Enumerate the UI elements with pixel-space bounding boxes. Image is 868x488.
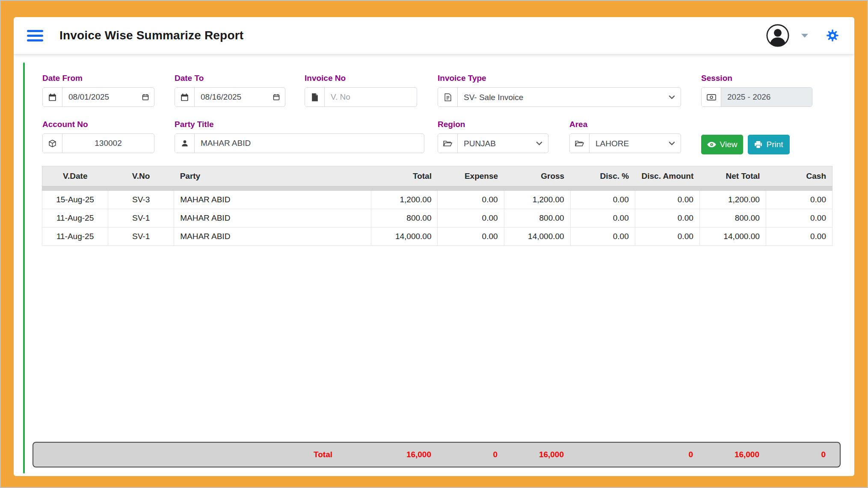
table-row: 11-Aug-25 SV-1 MAHAR ABID 14,000.00 0.00… xyxy=(42,228,832,246)
filter-region: Region PUNJAB xyxy=(438,120,548,153)
cell-vdate: 11-Aug-25 xyxy=(42,209,108,228)
filter-party-title: Party Title xyxy=(175,120,424,153)
cell-party: MAHAR ABID xyxy=(174,228,371,246)
package-cube-icon xyxy=(43,134,62,153)
column-header-net-total: Net Total xyxy=(699,166,766,186)
date-to-input[interactable] xyxy=(195,88,285,106)
table-row: 11-Aug-25 SV-1 MAHAR ABID 800.00 0.00 80… xyxy=(42,209,832,228)
region-label: Region xyxy=(438,120,548,129)
person-icon xyxy=(175,134,195,153)
account-no-label: Account No xyxy=(42,120,154,129)
printer-icon xyxy=(754,141,762,149)
document-lines-icon xyxy=(438,88,458,106)
cell-disc-pct: 0.00 xyxy=(570,191,635,209)
region-select[interactable]: PUNJAB xyxy=(458,134,548,153)
party-title-label: Party Title xyxy=(175,120,424,129)
folder-open-icon xyxy=(438,134,458,153)
report-panel: Date From xyxy=(14,54,854,476)
view-button[interactable]: View xyxy=(701,135,743,154)
cell-expense: 0.00 xyxy=(438,191,504,209)
date-from-label: Date From xyxy=(42,74,154,83)
totals-cash: 0 xyxy=(765,450,832,459)
filter-date-to: Date To xyxy=(175,74,285,107)
column-header-party: Party xyxy=(174,166,371,186)
cell-gross: 800.00 xyxy=(504,209,570,228)
column-header-vdate: V.Date xyxy=(42,166,108,186)
filter-session: Session xyxy=(701,74,812,107)
cell-total: 14,000.00 xyxy=(371,228,438,246)
header-actions xyxy=(766,24,839,47)
area-label: Area xyxy=(569,120,681,129)
cell-party: MAHAR ABID xyxy=(174,191,371,209)
report-table: V.Date V.No Party Total Expense Gross Di… xyxy=(42,166,832,246)
print-button[interactable]: Print xyxy=(748,135,790,154)
calendar-icon xyxy=(43,88,62,106)
app-window: Invoice Wise Summarize Report xyxy=(0,0,868,488)
main-card: Invoice Wise Summarize Report xyxy=(14,17,854,476)
totals-bar: Total 16,000 0 16,000 0 16,000 0 xyxy=(33,442,841,467)
panel-accent-line xyxy=(23,62,25,473)
settings-gear-icon[interactable] xyxy=(826,29,839,42)
table-spacer-row xyxy=(42,186,832,191)
area-select[interactable]: LAHORE xyxy=(590,134,681,153)
eye-icon xyxy=(707,142,716,148)
cell-cash: 0.00 xyxy=(766,228,832,246)
cell-disc-amount: 0.00 xyxy=(635,209,699,228)
date-from-input[interactable] xyxy=(62,88,154,106)
cell-disc-pct: 0.00 xyxy=(570,228,635,246)
cell-disc-pct: 0.00 xyxy=(570,209,635,228)
cell-total: 1,200.00 xyxy=(371,191,438,209)
cell-net-total: 14,000.00 xyxy=(699,228,766,246)
filter-invoice-type: Invoice Type SV- Sale Invoice xyxy=(438,74,681,107)
totals-total: 16,000 xyxy=(371,450,437,459)
totals-expense: 0 xyxy=(437,450,504,459)
avatar-dropdown-caret-icon[interactable] xyxy=(801,34,808,38)
banknote-icon xyxy=(702,88,721,106)
column-header-disc-pct: Disc. % xyxy=(570,166,635,186)
invoice-no-input[interactable] xyxy=(325,88,417,106)
date-picker-icon[interactable] xyxy=(142,94,149,101)
filter-date-from: Date From xyxy=(42,74,154,107)
page-title: Invoice Wise Summarize Report xyxy=(59,29,243,42)
cell-total: 800.00 xyxy=(371,209,438,228)
table-row: 15-Aug-25 SV-3 MAHAR ABID 1,200.00 0.00 … xyxy=(42,191,832,209)
cell-vno: SV-1 xyxy=(108,209,174,228)
session-input xyxy=(721,88,812,106)
filter-invoice-no: Invoice No xyxy=(305,74,417,107)
invoice-type-select[interactable]: SV- Sale Invoice xyxy=(458,88,681,106)
session-label: Session xyxy=(701,74,812,83)
cell-net-total: 800.00 xyxy=(699,209,766,228)
account-no-input[interactable] xyxy=(62,134,154,153)
table-header-row: V.Date V.No Party Total Expense Gross Di… xyxy=(42,166,832,186)
totals-net-total: 16,000 xyxy=(699,450,765,459)
cell-gross: 14,000.00 xyxy=(504,228,570,246)
totals-disc-amount: 0 xyxy=(634,450,699,459)
cell-vno: SV-3 xyxy=(108,191,174,209)
cell-cash: 0.00 xyxy=(766,209,832,228)
totals-label: Total xyxy=(174,450,371,459)
hamburger-menu-icon[interactable] xyxy=(27,30,43,41)
invoice-type-label: Invoice Type xyxy=(438,74,681,83)
filter-area: Area LAHORE xyxy=(569,120,681,153)
calendar-icon xyxy=(175,88,195,106)
party-title-input[interactable] xyxy=(195,134,424,153)
cell-vno: SV-1 xyxy=(108,228,174,246)
totals-gross: 16,000 xyxy=(504,450,570,459)
column-header-gross: Gross xyxy=(504,166,570,186)
user-avatar-icon[interactable] xyxy=(766,24,789,47)
cell-gross: 1,200.00 xyxy=(504,191,570,209)
cell-cash: 0.00 xyxy=(766,191,832,209)
cell-disc-amount: 0.00 xyxy=(635,191,699,209)
cell-expense: 0.00 xyxy=(438,228,504,246)
column-header-vno: V.No xyxy=(108,166,174,186)
app-header: Invoice Wise Summarize Report xyxy=(14,17,854,54)
cell-party: MAHAR ABID xyxy=(174,209,371,228)
column-header-disc-amount: Disc. Amount xyxy=(635,166,699,186)
date-picker-icon[interactable] xyxy=(273,94,280,101)
document-icon xyxy=(305,88,325,106)
cell-expense: 0.00 xyxy=(438,209,504,228)
filter-account-no: Account No xyxy=(42,120,154,153)
cell-vdate: 11-Aug-25 xyxy=(42,228,108,246)
cell-vdate: 15-Aug-25 xyxy=(42,191,108,209)
invoice-no-label: Invoice No xyxy=(305,74,417,83)
